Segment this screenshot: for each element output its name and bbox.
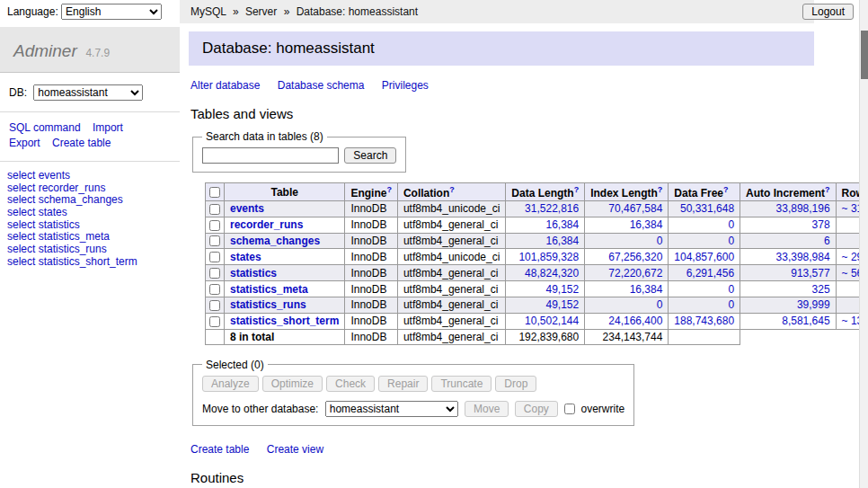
sidebar-table-links: select eventsselect recorder_runsselect …	[0, 170, 180, 268]
help-link-collation[interactable]: ?	[449, 185, 455, 194]
column-header-collation: Collation?	[397, 183, 505, 201]
table-link-schema_changes[interactable]: schema_changes	[230, 235, 320, 247]
row-checkbox-statistics_short_term[interactable]	[209, 316, 220, 327]
cell-index-length-link-recorder_runs[interactable]: 16,384	[630, 218, 663, 231]
search-input[interactable]	[202, 147, 339, 164]
row-checkbox-schema_changes[interactable]	[209, 235, 220, 246]
cell-data-length-link-states[interactable]: 101,859,328	[518, 251, 579, 263]
move-button[interactable]: Move	[465, 401, 509, 417]
cell-data-free-link-schema_changes[interactable]: 0	[728, 235, 734, 247]
cell-data-length-link-statistics_runs[interactable]: 49,152	[545, 298, 579, 311]
sidebar-link-select-events[interactable]: select events	[7, 169, 70, 182]
cell-data-free-link-statistics[interactable]: 6,291,456	[686, 267, 734, 279]
help-link-auto-increment[interactable]: ?	[825, 185, 830, 194]
row-checkbox-states[interactable]	[209, 252, 220, 262]
row-checkbox-events[interactable]	[209, 204, 220, 215]
cell-auto-increment-link-events[interactable]: 33,898,196	[776, 202, 830, 215]
cell-data-length-link-recorder_runs[interactable]: 16,384	[545, 218, 579, 231]
cell-auto-increment-link-statistics_runs[interactable]: 39,999	[797, 298, 830, 311]
sidebar-table-link-item: select states	[7, 207, 180, 218]
sidebar-link-create-table[interactable]: Create table	[52, 137, 111, 149]
selected-check-button[interactable]: Check	[326, 376, 375, 392]
sidebar-link-sql-command[interactable]: SQL command	[9, 121, 81, 134]
selected-repair-button[interactable]: Repair	[378, 376, 428, 392]
breadcrumb-link-mysql[interactable]: MySQL	[190, 5, 226, 18]
cell-auto-increment-link-statistics_meta[interactable]: 325	[812, 283, 830, 296]
cell-data-free: 0	[669, 217, 740, 233]
cell-index-length-link-states[interactable]: 67,256,320	[608, 251, 662, 263]
move-db-select[interactable]: homeassistant	[325, 401, 458, 417]
cell-auto-increment-link-statistics[interactable]: 913,577	[791, 267, 829, 279]
copy-button[interactable]: Copy	[515, 401, 558, 417]
selected-optimize-button[interactable]: Optimize	[262, 376, 323, 392]
table-link-statistics_short_term[interactable]: statistics_short_term	[230, 315, 339, 327]
nav-link-database-schema[interactable]: Database schema	[278, 79, 365, 92]
overwrite-label[interactable]: overwrite	[581, 403, 625, 415]
cell-auto-increment-link-recorder_runs[interactable]: 378	[812, 218, 830, 231]
nav-link-alter-database[interactable]: Alter database	[190, 79, 260, 92]
table-link-events[interactable]: events	[230, 202, 264, 215]
overwrite-checkbox[interactable]	[564, 404, 575, 414]
cell-data-length-link-statistics[interactable]: 48,824,320	[525, 267, 579, 279]
cell-data-length-link-schema_changes[interactable]: 16,384	[545, 235, 579, 247]
search-button[interactable]: Search	[344, 147, 396, 164]
table-link-statistics[interactable]: statistics	[230, 267, 277, 279]
sidebar-link-select-statistics-runs[interactable]: select statistics_runs	[7, 243, 107, 255]
selected-analyze-button[interactable]: Analyze	[202, 376, 259, 392]
cell-index-length-link-statistics_runs[interactable]: 0	[657, 298, 663, 311]
link-create-view[interactable]: Create view	[267, 443, 323, 456]
selected-truncate-button[interactable]: Truncate	[431, 376, 492, 392]
breadcrumb-link-server[interactable]: Server	[245, 5, 277, 18]
cell-data-free-link-events[interactable]: 50,331,648	[680, 202, 734, 215]
cell-collation: utf8mb4_general_ci	[397, 265, 505, 281]
sidebar-link-select-statistics-short-term[interactable]: select statistics_short_term	[7, 255, 137, 268]
sidebar-link-export[interactable]: Export	[9, 137, 40, 149]
cell-data-free-link-statistics_runs[interactable]: 0	[728, 298, 734, 311]
cell-auto-increment-link-schema_changes[interactable]: 6	[824, 235, 830, 247]
cell-auto-increment-link-statistics_short_term[interactable]: 8,581,645	[782, 315, 829, 327]
table-link-states[interactable]: states	[230, 251, 261, 263]
sidebar-link-select-recorder-runs[interactable]: select recorder_runs	[7, 182, 105, 194]
table-link-statistics_runs[interactable]: statistics_runs	[230, 298, 306, 311]
cell-index-length-link-statistics_meta[interactable]: 16,384	[630, 283, 663, 296]
db-select[interactable]: homeassistant	[33, 84, 143, 101]
link-create-table[interactable]: Create table	[190, 443, 249, 456]
cell-data-length-link-statistics_meta[interactable]: 49,152	[545, 283, 579, 296]
sidebar-link-select-statistics-meta[interactable]: select statistics_meta	[7, 230, 110, 243]
row-checkbox-statistics_runs[interactable]	[209, 300, 220, 311]
cell-data-free-link-statistics_short_term[interactable]: 188,743,680	[674, 315, 734, 327]
scrollbar-thumb[interactable]	[861, 31, 868, 79]
selected-drop-button[interactable]: Drop	[495, 376, 536, 392]
cell-data-free-link-states[interactable]: 104,857,600	[674, 251, 734, 263]
sidebar-link-select-states[interactable]: select states	[7, 206, 67, 218]
cell-data-length-link-statistics_short_term[interactable]: 10,502,144	[525, 315, 579, 327]
scrollbar[interactable]	[859, 0, 868, 488]
sidebar-link-select-statistics[interactable]: select statistics	[7, 218, 80, 231]
cell-data-length: 16,384	[506, 233, 585, 249]
cell-index-length-link-statistics[interactable]: 72,220,672	[608, 267, 662, 279]
help-link-index-length[interactable]: ?	[658, 185, 663, 194]
logout-button[interactable]: Logout	[802, 4, 854, 20]
cell-data-length-link-events[interactable]: 31,522,816	[525, 202, 579, 215]
help-sup: ?	[658, 184, 663, 194]
language-select[interactable]: English	[61, 4, 162, 20]
cell-index-length-link-events[interactable]: 70,467,584	[608, 202, 662, 215]
select-all-checkbox[interactable]	[209, 187, 220, 198]
cell-index-length-link-statistics_short_term[interactable]: 24,166,400	[608, 315, 662, 327]
row-checkbox-statistics_meta[interactable]	[209, 284, 220, 295]
cell-index-length: 0	[585, 297, 669, 313]
nav-link-privileges[interactable]: Privileges	[382, 79, 429, 92]
help-link-data-length[interactable]: ?	[574, 185, 580, 194]
cell-index-length-link-schema_changes[interactable]: 0	[657, 235, 663, 247]
cell-auto-increment-link-states[interactable]: 33,398,984	[776, 251, 830, 263]
row-checkbox-recorder_runs[interactable]	[209, 220, 220, 231]
cell-data-free-link-recorder_runs[interactable]: 0	[728, 218, 734, 231]
table-link-recorder_runs[interactable]: recorder_runs	[230, 218, 303, 231]
help-link-engine[interactable]: ?	[386, 185, 392, 194]
cell-data-free-link-statistics_meta[interactable]: 0	[728, 283, 734, 296]
sidebar-link-select-schema-changes[interactable]: select schema_changes	[7, 193, 123, 206]
help-link-data-free[interactable]: ?	[723, 185, 729, 194]
table-link-statistics_meta[interactable]: statistics_meta	[230, 283, 308, 296]
sidebar-link-import[interactable]: Import	[93, 121, 123, 134]
row-checkbox-statistics[interactable]	[209, 268, 220, 279]
